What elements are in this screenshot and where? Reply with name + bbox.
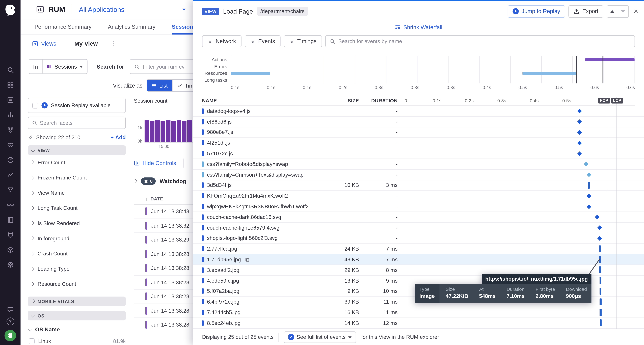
- integrations-icon[interactable]: [0, 198, 20, 212]
- table-row[interactable]: 571072c.js-: [193, 148, 644, 159]
- table-row[interactable]: 8.5ec24eb.jpg14 KB12 ms: [193, 318, 644, 328]
- table-row[interactable]: ef86ed6.js-: [193, 116, 644, 127]
- facet-error-count[interactable]: Error Count: [28, 155, 126, 170]
- shrink-waterfall-link[interactable]: Shrink Waterfall: [193, 21, 644, 33]
- session-replay-checkbox[interactable]: [32, 102, 38, 108]
- histogram-bar[interactable]: [144, 120, 149, 142]
- session-type-chip: [146, 321, 147, 329]
- viz-list-button[interactable]: List: [147, 80, 172, 91]
- processes-icon[interactable]: [0, 122, 20, 137]
- export-button[interactable]: Export: [568, 5, 603, 18]
- histogram-bar[interactable]: [155, 120, 160, 142]
- see-full-list-dropdown[interactable]: ✓ See full list of events: [284, 331, 356, 343]
- facet-search-input[interactable]: [40, 120, 122, 126]
- table-row[interactable]: 3d5d34f.js10 KB3 ms: [193, 180, 644, 191]
- facet-long-task-count[interactable]: Long Task Count: [28, 200, 126, 216]
- facet-crash-count[interactable]: Crash Count: [28, 246, 126, 261]
- waterfall-marker: [599, 266, 601, 274]
- session-replay-filter[interactable]: Session Replay available: [28, 98, 126, 113]
- table-row[interactable]: couch-cache-light.e6579f4.svg-: [193, 222, 644, 233]
- size-header[interactable]: SIZE: [334, 98, 359, 103]
- event-search-input[interactable]: [338, 38, 630, 44]
- facet-group-mobile-vitals[interactable]: MOBILE VITALS: [28, 296, 126, 306]
- previous-event-button[interactable]: [607, 6, 618, 17]
- facet-resource-count[interactable]: Resource Count: [28, 276, 126, 292]
- histogram-bar[interactable]: [150, 121, 154, 142]
- notebooks-icon[interactable]: [0, 212, 20, 227]
- tooltip-field-value: 548ms: [479, 293, 496, 299]
- facet-value-linux[interactable]: Linux81.9k: [29, 338, 126, 344]
- table-row[interactable]: wlp2gwHKFkZgtmSR3NB0oRJfbwhT.woff2-: [193, 201, 644, 212]
- filter-network-button[interactable]: Network: [202, 36, 241, 47]
- table-row[interactable]: 2.77cffca.jpg24 KB7 ms: [193, 244, 644, 254]
- table-row[interactable]: 1.71db95e.jpg48 KB7 ms: [193, 254, 644, 265]
- table-row[interactable]: datadog-logs-v4.js-: [193, 106, 644, 116]
- histogram-bar[interactable]: [182, 121, 186, 142]
- facet-frozen-frame-count[interactable]: Frozen Frame Count: [28, 170, 126, 185]
- name-header[interactable]: NAME: [202, 98, 334, 103]
- resource-timeline: [404, 191, 635, 201]
- session-type-chip: [146, 292, 147, 300]
- checkbox[interactable]: [29, 338, 34, 344]
- views-button[interactable]: Views: [32, 40, 56, 47]
- facet-view-name[interactable]: View Name: [28, 185, 126, 200]
- table-row[interactable]: css?family=Crimson+Text&display=swap-: [193, 170, 644, 180]
- facet-is-slow-rendered[interactable]: Is Slow Rendered: [28, 216, 126, 231]
- event-filter-buttons: NetworkEventsTimings: [202, 36, 322, 47]
- filter-events-button[interactable]: Events: [244, 36, 280, 47]
- synthetics-icon[interactable]: [0, 152, 20, 168]
- tab-analytics-summary[interactable]: Analytics Summary: [108, 19, 156, 34]
- chevron-down-icon: [80, 66, 83, 70]
- logs-icon[interactable]: [0, 92, 20, 107]
- facet-in-foreground[interactable]: In foreground: [28, 231, 126, 246]
- jump-to-replay-button[interactable]: Jump to Replay: [508, 5, 565, 18]
- software-icon[interactable]: [0, 242, 20, 257]
- histogram-bar[interactable]: [166, 120, 170, 142]
- next-event-button[interactable]: [618, 6, 628, 17]
- dashboards-icon[interactable]: [0, 168, 20, 182]
- facet-group-os[interactable]: OS: [28, 311, 126, 320]
- facet-group-view[interactable]: VIEW: [28, 146, 126, 155]
- facet-value-count: 81.9k: [113, 338, 126, 344]
- table-row[interactable]: 980e8e7.js-: [193, 127, 644, 138]
- facet-os-name[interactable]: OS Name: [29, 326, 126, 333]
- metrics-icon[interactable]: [0, 107, 20, 122]
- help-icon[interactable]: ?: [6, 318, 14, 326]
- table-row[interactable]: KFOmCnqEu92Fr1Mu4mxK.woff2-: [193, 191, 644, 201]
- tab-performance-summary[interactable]: Performance Summary: [34, 19, 92, 34]
- histogram-bar[interactable]: [187, 120, 192, 142]
- histogram-bar[interactable]: [161, 121, 165, 142]
- filter-timings-button[interactable]: Timings: [284, 36, 322, 47]
- facet-search-box[interactable]: [28, 117, 126, 129]
- monitors-icon[interactable]: [0, 182, 20, 197]
- kebab-menu-icon[interactable]: ⋮: [110, 40, 116, 47]
- duration-header[interactable]: DURATION: [359, 98, 398, 103]
- event-nav-buttons: [606, 5, 629, 18]
- watchdog-icon[interactable]: [0, 228, 20, 242]
- summary-grid[interactable]: [231, 56, 635, 84]
- table-row[interactable]: 4f251df.js-: [193, 138, 644, 148]
- chat-icon[interactable]: [0, 306, 20, 313]
- scope-dropdown[interactable]: Sessions: [42, 64, 87, 70]
- table-row[interactable]: 7.4244cb5.jpg16 KB11 ms: [193, 307, 644, 318]
- event-search-box[interactable]: [325, 36, 635, 47]
- table-row[interactable]: couch-cache-dark.86dac16.svg-: [193, 212, 644, 222]
- copy-icon[interactable]: [245, 257, 250, 262]
- datadog-logo[interactable]: [3, 3, 17, 17]
- header-divider: [72, 5, 72, 14]
- host-map-icon[interactable]: [0, 78, 20, 92]
- resource-icon: [202, 310, 204, 315]
- histogram-bar[interactable]: [176, 120, 181, 142]
- add-facet-button[interactable]: +Add: [110, 134, 126, 140]
- facet-loading-type[interactable]: Loading Type: [28, 261, 126, 276]
- table-row[interactable]: shopist-logo-light.560c2f3.svg-: [193, 233, 644, 244]
- application-selector[interactable]: All Applications: [79, 6, 186, 14]
- search-icon[interactable]: [0, 62, 20, 77]
- service-map-icon[interactable]: [0, 137, 20, 152]
- histogram-bar[interactable]: [171, 121, 176, 142]
- security-icon[interactable]: [0, 257, 20, 272]
- watchdog-badge: 0: [141, 178, 156, 185]
- table-row[interactable]: css?family=Roboto&display=swap-: [193, 159, 644, 170]
- close-panel-icon[interactable]: ×: [634, 7, 638, 16]
- user-avatar[interactable]: [4, 330, 16, 342]
